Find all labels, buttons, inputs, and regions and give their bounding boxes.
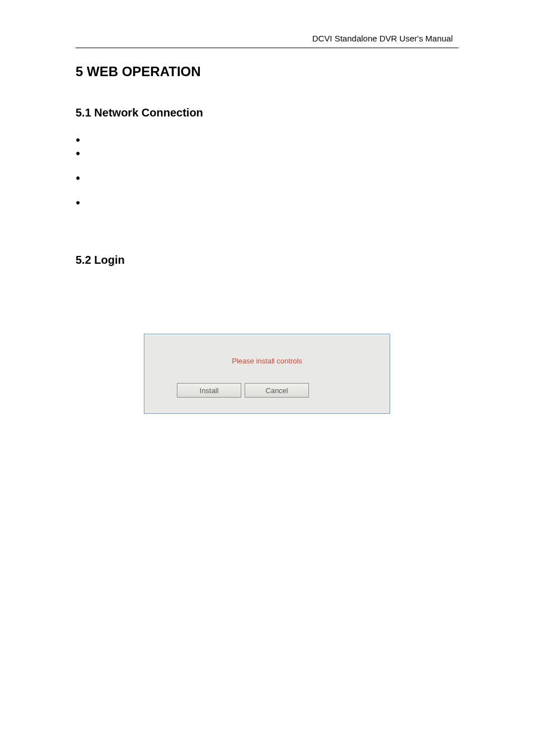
header-rule	[76, 48, 458, 48]
cancel-button[interactable]: Cancel	[245, 383, 309, 398]
list-item	[76, 198, 458, 209]
install-controls-dialog: Please install controls Install Cancel	[144, 334, 390, 414]
chapter-title: 5 WEB OPERATION	[76, 64, 458, 80]
section-51-title: 5.1 Network Connection	[76, 106, 458, 119]
list-item	[76, 148, 458, 171]
dialog-message: Please install controls	[156, 357, 378, 365]
section-52-title: 5.2 Login	[76, 254, 458, 267]
doc-header-title: DCVI Standalone DVR User's Manual	[76, 34, 458, 43]
list-item	[76, 173, 458, 195]
install-button[interactable]: Install	[177, 383, 241, 398]
dialog-button-row: Install Cancel	[156, 383, 378, 398]
bullet-list-51	[76, 135, 458, 209]
list-item	[76, 135, 458, 146]
